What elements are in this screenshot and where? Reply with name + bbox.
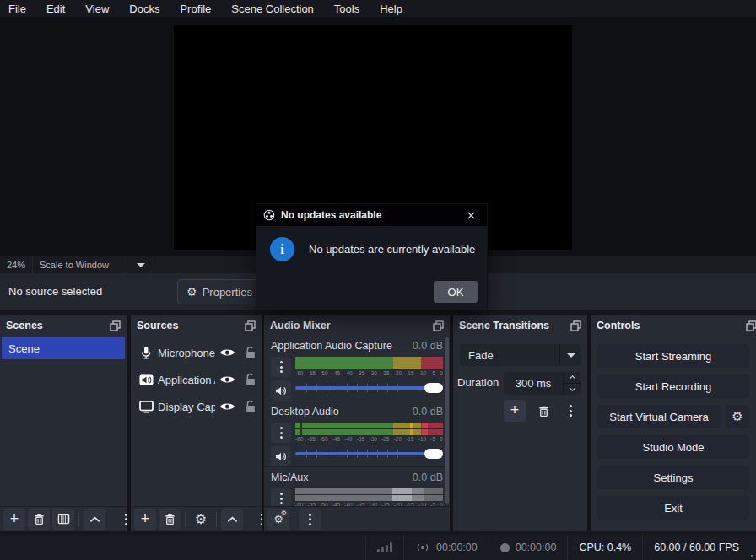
source-row-microphone[interactable]: Microphone (139, 342, 256, 363)
mute-button[interactable] (271, 380, 291, 401)
dialog-message: No updates are currently available (309, 243, 475, 256)
channel-menu-button[interactable] (271, 423, 291, 443)
sources-toolbar: + ⚙ (131, 506, 262, 531)
volume-slider[interactable] (295, 447, 443, 460)
no-updates-dialog: No updates available i No updates are cu… (256, 203, 488, 310)
scene-transitions-panel: Scene Transitions Fade Duration 300 ms (453, 315, 587, 531)
start-streaming-button[interactable]: Start Streaming (597, 344, 749, 368)
channel-level: 0.0 dB (413, 471, 443, 483)
add-scene-button[interactable]: + (3, 509, 25, 530)
remove-transition-button[interactable] (532, 400, 554, 422)
menu-help[interactable]: Help (373, 1, 409, 17)
start-recording-button[interactable]: Start Recording (597, 374, 749, 398)
menu-view[interactable]: View (78, 1, 116, 17)
resize-grip[interactable] (751, 555, 753, 557)
menu-scene-collection[interactable]: Scene Collection (224, 1, 321, 17)
visibility-eye-icon[interactable] (219, 374, 235, 385)
speaker-icon (275, 451, 288, 462)
add-transition-button[interactable]: + (504, 400, 526, 422)
visibility-eye-icon[interactable] (219, 347, 235, 358)
advanced-audio-properties-button[interactable]: ⚙ ⚙ (267, 509, 289, 530)
exit-button[interactable]: Exit (597, 496, 749, 520)
scene-list-item[interactable]: Scene (2, 337, 125, 359)
properties-button[interactable]: ⚙ Properties (177, 279, 262, 304)
chevron-down-icon (137, 263, 145, 267)
channel-name: Desktop Audio (271, 406, 339, 417)
scenes-menu-button[interactable] (115, 509, 127, 530)
kebab-icon (261, 514, 262, 525)
menu-tools[interactable]: Tools (327, 1, 366, 17)
sources-menu-button[interactable] (251, 509, 262, 530)
popout-icon[interactable] (110, 320, 121, 331)
microphone-icon (139, 346, 154, 360)
slider-handle[interactable] (424, 383, 443, 393)
transition-select[interactable]: Fade (460, 344, 581, 366)
record-timer: 00:00:00 (489, 535, 568, 560)
dialog-close-button[interactable] (462, 206, 480, 224)
dialog-title-bar[interactable]: No updates available (256, 204, 487, 226)
remove-scene-button[interactable] (28, 509, 50, 530)
move-scene-up-button[interactable] (84, 509, 105, 530)
channel-level: 0.0 dB (413, 406, 443, 417)
volume-meter (295, 423, 443, 435)
visibility-eye-icon[interactable] (219, 401, 235, 412)
dock-panels: Scenes Scene + (0, 315, 756, 531)
scale-mode-dropdown[interactable] (127, 256, 154, 273)
close-icon (467, 211, 476, 220)
spin-up-button[interactable] (564, 372, 581, 384)
controls-panel-title: Controls (597, 320, 640, 331)
stream-timer: 00:00:00 (403, 535, 489, 560)
add-source-button[interactable]: + (134, 509, 156, 530)
source-row-application-audio[interactable]: Application Audio Capture (139, 369, 256, 390)
sources-panel: Sources Microphone (131, 315, 262, 531)
kebab-icon (280, 493, 283, 504)
scale-mode[interactable]: Scale to Window (33, 256, 127, 273)
virtual-camera-settings-button[interactable]: ⚙ (726, 405, 749, 428)
transition-properties-button[interactable] (559, 400, 581, 422)
obs-main-window: File Edit View Docks Profile Scene Colle… (0, 0, 756, 560)
mixer-channel-desktop-audio: Desktop Audio 0.0 dB (264, 401, 450, 467)
studio-mode-button[interactable]: Studio Mode (597, 435, 749, 459)
menu-docks[interactable]: Docks (122, 1, 166, 17)
popout-icon[interactable] (570, 320, 581, 331)
popout-icon[interactable] (245, 320, 256, 331)
speaker-icon (275, 385, 288, 396)
lock-icon[interactable] (245, 346, 256, 359)
move-source-up-button[interactable] (221, 509, 243, 530)
lock-icon[interactable] (245, 373, 256, 386)
mixer-menu-button[interactable] (299, 509, 321, 530)
status-bar: 00:00:00 00:00:00 CPU: 0.4% 60.00 / 60.0… (0, 535, 756, 560)
trash-icon (33, 513, 46, 525)
broadcast-icon (415, 542, 430, 552)
popout-icon[interactable] (746, 320, 756, 331)
menu-profile[interactable]: Profile (173, 1, 218, 17)
volume-slider[interactable] (295, 381, 443, 395)
kebab-icon (125, 514, 127, 525)
scene-transitions-panel-title: Scene Transitions (459, 320, 549, 331)
source-row-display-capture[interactable]: Display Capture (139, 396, 256, 417)
fps-indicator: 60.00 / 60.00 FPS (642, 535, 756, 560)
info-icon: i (270, 237, 294, 261)
popout-icon[interactable] (433, 320, 444, 331)
remove-source-button[interactable] (159, 509, 181, 530)
mute-button[interactable] (271, 446, 291, 466)
duration-spinbox[interactable]: 300 ms (504, 372, 581, 395)
volume-meter (295, 357, 443, 369)
menu-file[interactable]: File (2, 1, 33, 17)
scenes-panel: Scenes Scene + (0, 315, 127, 531)
audio-mixer-panel-title: Audio Mixer (270, 320, 331, 331)
source-properties-button[interactable]: ⚙ (190, 509, 212, 530)
channel-menu-button[interactable] (271, 357, 291, 377)
mixer-scrollbar[interactable] (446, 337, 449, 504)
spin-down-button[interactable] (564, 384, 581, 395)
scene-filters-button[interactable] (52, 509, 74, 530)
menu-edit[interactable]: Edit (40, 1, 72, 17)
meter-scale: -60-55-50-45-40-35-30-25-20-15-10-50 (295, 370, 443, 378)
ok-button[interactable]: OK (434, 281, 478, 303)
settings-button[interactable]: Settings (597, 466, 749, 489)
lock-icon[interactable] (245, 400, 256, 413)
start-virtual-camera-button[interactable]: Start Virtual Camera (597, 405, 721, 428)
gear-icon: ⚙ (195, 513, 207, 526)
cpu-usage: CPU: 0.4% (567, 535, 642, 560)
slider-handle[interactable] (424, 449, 443, 459)
